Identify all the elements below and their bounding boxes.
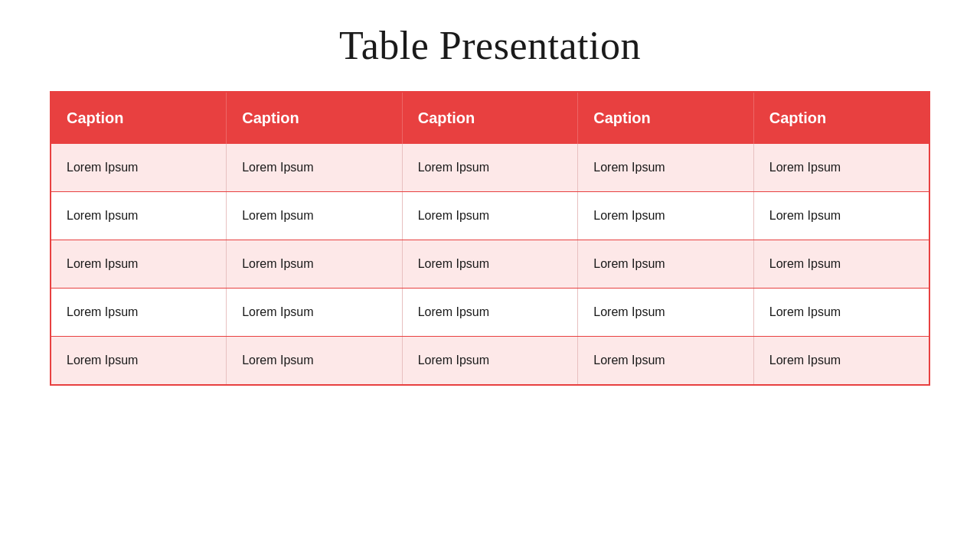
- table-row: Lorem IpsumLorem IpsumLorem IpsumLorem I…: [51, 192, 929, 240]
- page-title: Table Presentation: [339, 23, 641, 68]
- cell-r3-c1: Lorem Ipsum: [51, 240, 227, 289]
- table-header: CaptionCaptionCaptionCaptionCaption: [51, 93, 929, 144]
- cell-r4-c5: Lorem Ipsum: [753, 289, 929, 337]
- cell-r3-c2: Lorem Ipsum: [227, 240, 403, 289]
- table-body: Lorem IpsumLorem IpsumLorem IpsumLorem I…: [51, 144, 929, 384]
- cell-r1-c3: Lorem Ipsum: [402, 144, 578, 192]
- header-cell-3: Caption: [402, 93, 578, 144]
- cell-r2-c5: Lorem Ipsum: [753, 192, 929, 240]
- table-row: Lorem IpsumLorem IpsumLorem IpsumLorem I…: [51, 337, 929, 385]
- cell-r5-c2: Lorem Ipsum: [227, 337, 403, 385]
- header-cell-2: Caption: [227, 93, 403, 144]
- cell-r5-c4: Lorem Ipsum: [578, 337, 754, 385]
- cell-r3-c5: Lorem Ipsum: [753, 240, 929, 289]
- header-cell-4: Caption: [578, 93, 754, 144]
- header-row: CaptionCaptionCaptionCaptionCaption: [51, 93, 929, 144]
- cell-r4-c4: Lorem Ipsum: [578, 289, 754, 337]
- table-row: Lorem IpsumLorem IpsumLorem IpsumLorem I…: [51, 289, 929, 337]
- cell-r5-c1: Lorem Ipsum: [51, 337, 227, 385]
- cell-r4-c2: Lorem Ipsum: [227, 289, 403, 337]
- cell-r4-c1: Lorem Ipsum: [51, 289, 227, 337]
- cell-r5-c3: Lorem Ipsum: [402, 337, 578, 385]
- cell-r1-c5: Lorem Ipsum: [753, 144, 929, 192]
- cell-r3-c4: Lorem Ipsum: [578, 240, 754, 289]
- table-container: CaptionCaptionCaptionCaptionCaption Lore…: [50, 91, 930, 386]
- cell-r1-c2: Lorem Ipsum: [227, 144, 403, 192]
- cell-r4-c3: Lorem Ipsum: [402, 289, 578, 337]
- table-row: Lorem IpsumLorem IpsumLorem IpsumLorem I…: [51, 144, 929, 192]
- header-cell-1: Caption: [51, 93, 227, 144]
- cell-r2-c1: Lorem Ipsum: [51, 192, 227, 240]
- header-cell-5: Caption: [753, 93, 929, 144]
- cell-r3-c3: Lorem Ipsum: [402, 240, 578, 289]
- table-row: Lorem IpsumLorem IpsumLorem IpsumLorem I…: [51, 240, 929, 289]
- cell-r2-c3: Lorem Ipsum: [402, 192, 578, 240]
- cell-r2-c2: Lorem Ipsum: [227, 192, 403, 240]
- cell-r1-c4: Lorem Ipsum: [578, 144, 754, 192]
- cell-r5-c5: Lorem Ipsum: [753, 337, 929, 385]
- presentation-table: CaptionCaptionCaptionCaptionCaption Lore…: [51, 93, 929, 384]
- cell-r2-c4: Lorem Ipsum: [578, 192, 754, 240]
- cell-r1-c1: Lorem Ipsum: [51, 144, 227, 192]
